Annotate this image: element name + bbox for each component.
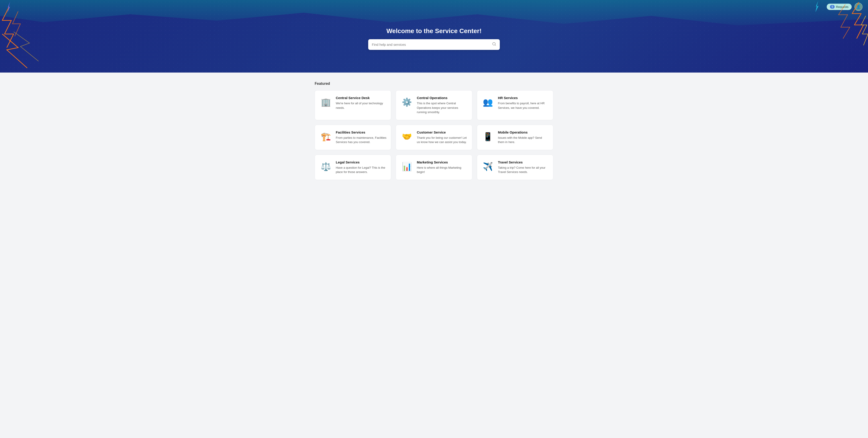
card-central-operations[interactable]: ⚙️ Central Operations This is the spot w… xyxy=(396,90,472,120)
card-desc-legal-services: Have a question for Legal? This is the p… xyxy=(336,166,386,174)
card-desc-mobile-operations: Issues with the Mobile app? Send them in… xyxy=(498,136,549,144)
card-body-central-service-desk: Central Service Desk We're here for all … xyxy=(336,96,386,110)
card-title-marketing-services: Marketing Services xyxy=(417,160,467,164)
card-body-customer-service: Customer Service Thank you for being our… xyxy=(417,130,467,144)
featured-cards-grid: 🏢 Central Service Desk We're here for al… xyxy=(315,90,553,180)
hero-section: 5 Requests 👤 Welcome to the Service Cent… xyxy=(0,0,868,72)
search-input[interactable] xyxy=(372,43,490,46)
card-travel-services[interactable]: ✈️ Travel Services Taking a trip? Come h… xyxy=(477,155,553,180)
card-body-central-operations: Central Operations This is the spot wher… xyxy=(417,96,467,114)
card-body-legal-services: Legal Services Have a question for Legal… xyxy=(336,160,386,174)
card-desc-central-service-desk: We're here for all of your technology ne… xyxy=(336,101,386,110)
card-mobile-operations[interactable]: 📱 Mobile Operations Issues with the Mobi… xyxy=(477,125,553,150)
card-legal-services[interactable]: ⚖️ Legal Services Have a question for Le… xyxy=(315,155,391,180)
card-facilities-services[interactable]: 🏗️ Facilities Services From parties to m… xyxy=(315,125,391,150)
card-title-mobile-operations: Mobile Operations xyxy=(498,130,549,134)
card-body-marketing-services: Marketing Services Here is where all thi… xyxy=(417,160,467,174)
card-body-hr-services: HR Services From benefits to payroll, he… xyxy=(498,96,549,110)
card-icon-travel-services: ✈️ xyxy=(482,160,494,173)
card-body-mobile-operations: Mobile Operations Issues with the Mobile… xyxy=(498,130,549,144)
card-marketing-services[interactable]: 📊 Marketing Services Here is where all t… xyxy=(396,155,472,180)
card-desc-customer-service: Thank you for being our customer! Let us… xyxy=(417,136,467,144)
card-desc-marketing-services: Here is where all things Marketing begin… xyxy=(417,166,467,174)
card-icon-central-service-desk: 🏢 xyxy=(319,96,332,109)
hero-content: Welcome to the Service Center! xyxy=(0,13,868,59)
card-body-facilities-services: Facilities Services From parties to main… xyxy=(336,130,386,144)
card-hr-services[interactable]: 👥 HR Services From benefits to payroll, … xyxy=(477,90,553,120)
card-icon-legal-services: ⚖️ xyxy=(319,160,332,173)
card-icon-marketing-services: 📊 xyxy=(400,160,413,173)
card-title-customer-service: Customer Service xyxy=(417,130,467,134)
card-title-central-operations: Central Operations xyxy=(417,96,467,100)
card-title-facilities-services: Facilities Services xyxy=(336,130,386,134)
card-desc-travel-services: Taking a trip? Come here for all your Tr… xyxy=(498,166,549,174)
card-central-service-desk[interactable]: 🏢 Central Service Desk We're here for al… xyxy=(315,90,391,120)
card-customer-service[interactable]: 🤝 Customer Service Thank you for being o… xyxy=(396,125,472,150)
card-title-travel-services: Travel Services xyxy=(498,160,549,164)
card-desc-central-operations: This is the spot where Central Operation… xyxy=(417,101,467,114)
card-title-central-service-desk: Central Service Desk xyxy=(336,96,386,100)
card-icon-mobile-operations: 📱 xyxy=(482,130,494,143)
main-content: Featured 🏢 Central Service Desk We're he… xyxy=(309,72,559,189)
card-desc-facilities-services: From parties to maintenance, Facilities … xyxy=(336,136,386,144)
hero-title: Welcome to the Service Center! xyxy=(386,27,482,35)
featured-section-title: Featured xyxy=(315,81,553,86)
card-icon-central-operations: ⚙️ xyxy=(400,96,413,109)
search-bar xyxy=(368,39,500,50)
card-title-hr-services: HR Services xyxy=(498,96,549,100)
card-title-legal-services: Legal Services xyxy=(336,160,386,164)
card-icon-customer-service: 🤝 xyxy=(400,130,413,143)
card-icon-hr-services: 👥 xyxy=(482,96,494,109)
card-icon-facilities-services: 🏗️ xyxy=(319,130,332,143)
card-body-travel-services: Travel Services Taking a trip? Come here… xyxy=(498,160,549,174)
svg-line-3 xyxy=(495,45,495,45)
card-desc-hr-services: From benefits to payroll, here at HR Ser… xyxy=(498,101,549,110)
search-icon xyxy=(492,42,496,47)
